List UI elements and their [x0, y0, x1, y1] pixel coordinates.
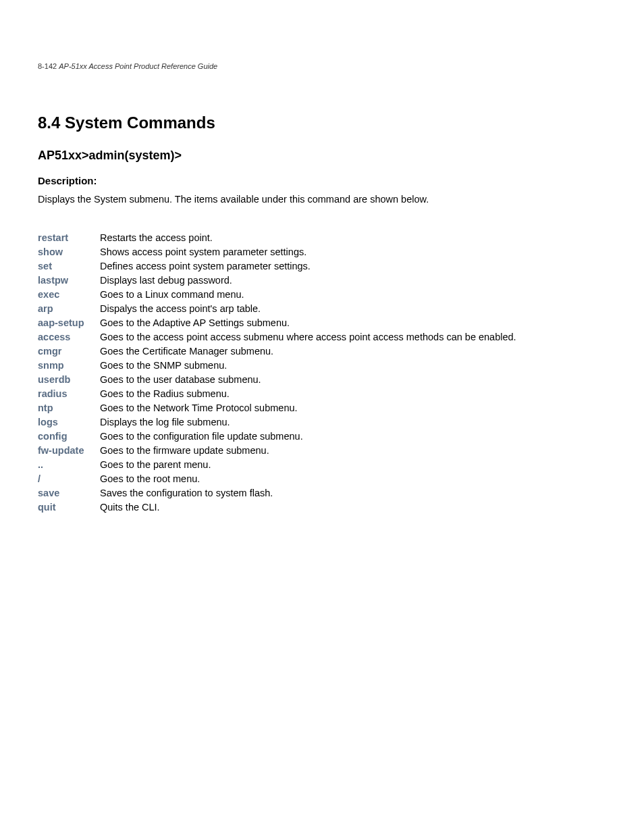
command-description: Goes to the root menu.: [100, 472, 516, 486]
page-body: 8-142 AP-51xx Access Point Product Refer…: [0, 0, 644, 552]
command-name: set: [38, 259, 100, 273]
table-row: configGoes to the configuration file upd…: [38, 429, 516, 444]
table-row: execGoes to a Linux command menu.: [38, 288, 516, 302]
command-name: aap-setup: [38, 316, 100, 330]
table-row: arpDispalys the access point's arp table…: [38, 302, 516, 316]
table-row: radiusGoes to the Radius submenu.: [38, 387, 516, 401]
command-name: access: [38, 330, 100, 344]
command-description: Goes to the user database submenu.: [100, 373, 516, 387]
command-name: show: [38, 245, 100, 259]
cli-prompt: AP51xx>admin(system)>: [38, 149, 606, 163]
command-name: /: [38, 472, 100, 486]
table-row: snmpGoes to the SNMP submenu.: [38, 359, 516, 373]
table-row: /Goes to the root menu.: [38, 472, 516, 486]
table-row: cmgrGoes the Certificate Manager submenu…: [38, 344, 516, 359]
command-description: Displays the log file submenu.: [100, 415, 516, 429]
command-name: logs: [38, 415, 100, 429]
command-name: ntp: [38, 401, 100, 415]
command-name: ..: [38, 458, 100, 472]
running-header: 8-142 AP-51xx Access Point Product Refer…: [38, 62, 606, 70]
table-row: aap-setupGoes to the Adaptive AP Setting…: [38, 316, 516, 330]
command-description: Quits the CLI.: [100, 500, 516, 515]
command-description: Goes to the SNMP submenu.: [100, 359, 516, 373]
command-name: snmp: [38, 359, 100, 373]
command-description: Goes to the Adaptive AP Settings submenu…: [100, 316, 516, 330]
command-description: Goes the Certificate Manager submenu.: [100, 344, 516, 359]
command-name: arp: [38, 302, 100, 316]
page-number: 8-142: [38, 62, 57, 70]
command-description: Goes to the configuration file update su…: [100, 429, 516, 444]
table-row: userdbGoes to the user database submenu.: [38, 373, 516, 387]
command-description: Goes to the firmware update submenu.: [100, 444, 516, 458]
description-body: Displays the System submenu. The items a…: [38, 193, 606, 207]
command-description: Goes to the access point access submenu …: [100, 330, 516, 344]
command-description: Shows access point system parameter sett…: [100, 245, 516, 259]
command-description: Saves the configuration to system flash.: [100, 486, 516, 500]
table-row: ntpGoes to the Network Time Protocol sub…: [38, 401, 516, 415]
command-description: Goes to a Linux command menu.: [100, 288, 516, 302]
command-description: Restarts the access point.: [100, 231, 516, 245]
command-name: cmgr: [38, 344, 100, 359]
command-description: Defines access point system parameter se…: [100, 259, 516, 273]
command-name: exec: [38, 288, 100, 302]
command-table: restartRestarts the access point.showSho…: [38, 231, 516, 515]
command-description: Displays last debug password.: [100, 273, 516, 288]
doc-title: AP-51xx Access Point Product Reference G…: [59, 62, 217, 70]
command-description: Goes to the Radius submenu.: [100, 387, 516, 401]
table-row: logsDisplays the log file submenu.: [38, 415, 516, 429]
command-name: lastpw: [38, 273, 100, 288]
command-name: userdb: [38, 373, 100, 387]
table-row: restartRestarts the access point.: [38, 231, 516, 245]
description-label: Description:: [38, 175, 606, 186]
table-row: fw-updateGoes to the firmware update sub…: [38, 444, 516, 458]
table-row: quitQuits the CLI.: [38, 500, 516, 515]
command-name: save: [38, 486, 100, 500]
command-description: Goes to the parent menu.: [100, 458, 516, 472]
command-name: fw-update: [38, 444, 100, 458]
command-name: config: [38, 429, 100, 444]
command-description: Goes to the Network Time Protocol submen…: [100, 401, 516, 415]
command-description: Dispalys the access point's arp table.: [100, 302, 516, 316]
table-row: saveSaves the configuration to system fl…: [38, 486, 516, 500]
table-row: showShows access point system parameter …: [38, 245, 516, 259]
table-row: setDefines access point system parameter…: [38, 259, 516, 273]
table-row: lastpwDisplays last debug password.: [38, 273, 516, 288]
command-name: radius: [38, 387, 100, 401]
section-heading: 8.4 System Commands: [38, 113, 606, 132]
table-row: accessGoes to the access point access su…: [38, 330, 516, 344]
table-row: ..Goes to the parent menu.: [38, 458, 516, 472]
command-name: quit: [38, 500, 100, 515]
command-name: restart: [38, 231, 100, 245]
